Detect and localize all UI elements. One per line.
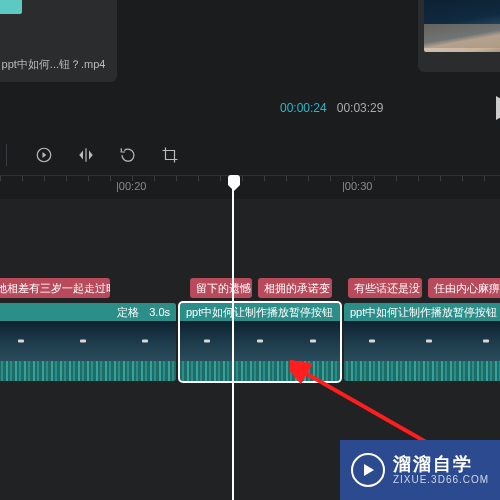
watermark-text-cn: 溜溜自学 [393,455,489,475]
crop-icon [161,146,179,164]
video-clip[interactable]: ppt中如何让制作播放暂停按钮？.mp4 [344,303,500,381]
clip-label: ppt中如何让制作播放暂停按钮？.mp4 [344,303,500,321]
preview-subtitle: 然后我们再 [424,24,500,48]
toolbar-separator [6,144,7,166]
video-track: 定格3.0sppt中如何让制作播放暂停按钮ppt中如何让制作播放暂停按钮？.mp… [0,303,500,383]
watermark-icon [351,453,385,487]
mirror-button[interactable] [77,146,95,164]
clip-thumbnail [344,321,500,361]
thumbnail-swatch [0,0,22,14]
ruler-label: |00:30 [342,180,372,192]
play-icon [496,96,500,120]
play-button[interactable] [496,101,500,115]
media-filename: ppt中如何...钮？.mp4 [0,46,117,82]
video-preview[interactable]: 留下的遗憾 然后我们再 [424,0,500,52]
total-duration: 00:03:29 [337,101,384,115]
subtitle-clip[interactable]: 任由内心麻痹 [428,278,500,298]
clip-thumbnail [180,321,340,361]
timeline-ruler[interactable]: |00:20|00:30 [0,175,500,199]
media-card[interactable]: ppt中如何...钮？.mp4 [0,0,117,82]
rotate-button[interactable] [119,146,137,164]
current-time: 00:00:24 [280,101,327,115]
subtitle-clip[interactable]: 相拥的承诺变 [258,278,332,298]
video-clip[interactable]: ppt中如何让制作播放暂停按钮 [180,303,340,381]
clip-waveform [0,361,176,381]
mirror-icon [77,146,95,164]
media-thumbnail [0,0,117,46]
video-clip[interactable]: 定格3.0s [0,303,176,381]
subtitle-clip[interactable]: 她相差有三岁一起走过时 [0,278,110,298]
subtitle-track: 她相差有三岁一起走过时留下的遗憾自相拥的承诺变有些话还是没任由内心麻痹 [0,277,500,299]
preview-panel: 留下的遗憾 然后我们再 [418,0,500,72]
clip-waveform [344,361,500,381]
transport-bar: 00:00:24 00:03:29 [270,96,500,120]
speed-icon [35,146,53,164]
clip-thumbnail [0,321,176,361]
watermark-logo: 溜溜自学 ZIXUE.3D66.COM [340,440,500,500]
subtitle-clip[interactable]: 有些话还是没 [348,278,422,298]
ruler-label: |00:20 [116,180,146,192]
subtitle-clip[interactable]: 留下的遗憾自 [190,278,252,298]
clip-label: 定格3.0s [0,303,176,321]
crop-button[interactable] [161,146,179,164]
playhead-grip[interactable] [228,175,240,185]
timeline-toolbar [0,140,500,170]
rotate-icon [119,146,137,164]
watermark-text-en: ZIXUE.3D66.COM [393,474,489,485]
speed-button[interactable] [35,146,53,164]
clip-label: ppt中如何让制作播放暂停按钮 [180,303,340,321]
clip-waveform [180,361,340,381]
